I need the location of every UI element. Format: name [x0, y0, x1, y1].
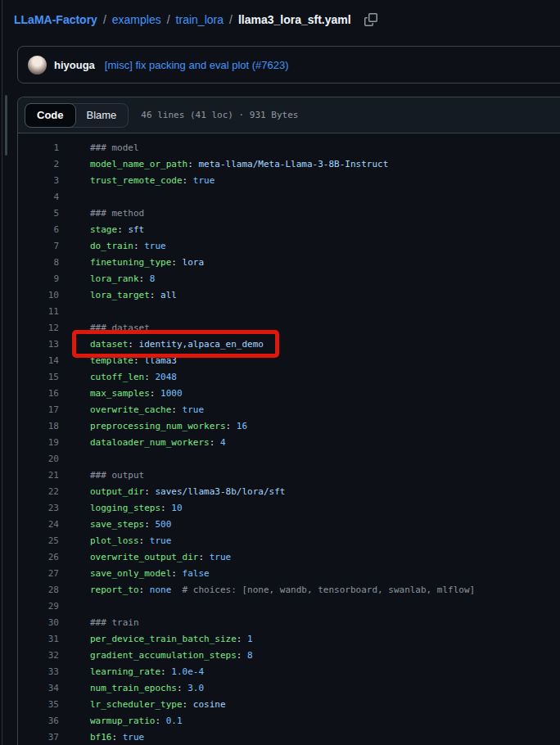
code-line-content: max_samples: 1000 — [90, 386, 183, 402]
line-number[interactable]: 16 — [18, 386, 59, 402]
pane-scrollbar-thumb[interactable] — [5, 95, 7, 156]
line-number[interactable]: 2 — [18, 156, 59, 173]
line-number[interactable]: 31 — [18, 631, 59, 648]
line-number[interactable]: 17 — [18, 402, 59, 418]
line-number[interactable]: 34 — [18, 680, 59, 697]
code-line: 12 ### dataset — [18, 320, 560, 336]
code-line: 4 — [18, 189, 560, 205]
code-line: 14 template: llama3 — [18, 353, 560, 369]
line-number[interactable]: 19 — [18, 435, 59, 451]
line-number[interactable]: 8 — [18, 255, 59, 271]
line-number[interactable]: 26 — [18, 549, 59, 566]
code-line-content: learning_rate: 1.0e-4 — [90, 664, 204, 680]
code-line: 31 per_device_train_batch_size: 1 — [18, 631, 560, 648]
breadcrumb-repo-link[interactable]: LLaMA-Factory — [14, 11, 97, 29]
line-number[interactable]: 33 — [18, 664, 59, 680]
code-line: 7 do_train: true — [18, 238, 560, 255]
code-line-content: lr_scheduler_type: cosine — [90, 697, 226, 713]
code-line: 2 model_name_or_path: meta-llama/Meta-Ll… — [18, 156, 560, 173]
line-number[interactable]: 35 — [18, 697, 59, 713]
code-line: 23 logging_steps: 10 — [18, 500, 560, 517]
code-line: 9 lora_rank: 8 — [18, 271, 560, 287]
code-line: 15 cutoff_len: 2048 — [18, 369, 560, 386]
line-number[interactable]: 20 — [18, 451, 59, 467]
line-number[interactable]: 15 — [18, 369, 59, 386]
code-line: 18 preprocessing_num_workers: 16 — [18, 418, 560, 435]
code-line-content: model_name_or_path: meta-llama/Meta-Llam… — [90, 156, 388, 173]
code-line-content: finetuning_type: lora — [90, 255, 204, 271]
code-line-content: cutoff_len: 2048 — [90, 369, 177, 386]
breadcrumb-filename: llama3_lora_sft.yaml — [238, 11, 351, 29]
commit-message-link[interactable]: [misc] fix packing and eval plot (#7623) — [105, 59, 289, 71]
line-number[interactable]: 24 — [18, 517, 59, 533]
code-line: 24 save_steps: 500 — [18, 517, 560, 533]
code-line-content: num_train_epochs: 3.0 — [90, 680, 204, 697]
code-line-content: ### model — [90, 140, 139, 156]
code-line-content: dataset: identity,alpaca_en_demo — [90, 336, 264, 353]
line-number[interactable]: 4 — [18, 189, 59, 205]
line-number[interactable]: 10 — [18, 287, 59, 304]
code-line-content: overwrite_cache: true — [90, 402, 204, 418]
line-number[interactable]: 36 — [18, 713, 59, 729]
breadcrumb-folder-examples[interactable]: examples — [112, 11, 161, 29]
line-number[interactable]: 13 — [18, 336, 59, 353]
line-number[interactable]: 11 — [18, 304, 59, 320]
line-number[interactable]: 12 — [18, 320, 59, 336]
code-blame-switcher: Code Blame — [25, 103, 129, 128]
line-number[interactable]: 25 — [18, 533, 59, 549]
code-line-content: do_train: true — [90, 238, 166, 255]
line-number[interactable]: 23 — [18, 500, 59, 517]
commit-author-link[interactable]: hiyouga — [54, 59, 95, 71]
code-line-content: ### output — [90, 467, 144, 484]
code-line-content: trust_remote_code: true — [90, 173, 215, 189]
code-line: 19 dataloader_num_workers: 4 — [18, 435, 560, 451]
code-line: 13 dataset: identity,alpaca_en_demo — [18, 336, 560, 353]
line-number[interactable]: 5 — [18, 205, 59, 222]
code-line-content: ### train — [90, 615, 139, 631]
code-line-content: lora_rank: 8 — [90, 271, 155, 287]
line-number[interactable]: 21 — [18, 467, 59, 484]
line-number[interactable]: 30 — [18, 615, 59, 631]
code-line-content: report_to: none # choices: [none, wandb,… — [90, 582, 475, 598]
code-line-content: per_device_train_batch_size: 1 — [90, 631, 253, 648]
line-number[interactable]: 9 — [18, 271, 59, 287]
code-line-content: template: llama3 — [90, 353, 177, 369]
avatar[interactable] — [28, 56, 47, 74]
code-line: 20 — [18, 451, 560, 467]
breadcrumb: LLaMA-Factory / examples / train_lora / … — [14, 11, 380, 29]
breadcrumb-folder-train-lora[interactable]: train_lora — [176, 11, 224, 29]
line-number[interactable]: 22 — [18, 484, 59, 500]
line-number[interactable]: 6 — [18, 222, 59, 238]
line-number[interactable]: 14 — [18, 353, 59, 369]
tab-code[interactable]: Code — [25, 103, 76, 128]
code-lines: 1 ### model 2 model_name_or_path: meta-l… — [18, 133, 560, 745]
line-number[interactable]: 1 — [18, 140, 59, 156]
tab-blame[interactable]: Blame — [75, 104, 129, 127]
code-line-content: ### method — [90, 205, 144, 222]
code-line-content: bf16: true — [90, 729, 144, 745]
file-meta-info: 46 lines (41 loc) · 931 Bytes — [141, 110, 298, 120]
line-number[interactable]: 7 — [18, 238, 59, 255]
code-line: 34 num_train_epochs: 3.0 — [18, 680, 560, 697]
code-line: 5 ### method — [18, 205, 560, 222]
code-line: 10 lora_target: all — [18, 287, 560, 304]
code-line-content: output_dir: saves/llama3-8b/lora/sft — [90, 484, 285, 500]
code-line-content: overwrite_output_dir: true — [90, 549, 231, 566]
code-line: 37 bf16: true — [18, 729, 560, 745]
code-line: 32 gradient_accumulation_steps: 8 — [18, 648, 560, 664]
line-number[interactable]: 28 — [18, 582, 59, 598]
code-line: 8 finetuning_type: lora — [18, 255, 560, 271]
breadcrumb-separator: / — [229, 11, 233, 29]
code-line-content: warmup_ratio: 0.1 — [90, 713, 183, 729]
code-line: 36 warmup_ratio: 0.1 — [18, 713, 560, 729]
code-line: 30 ### train — [18, 615, 560, 631]
line-number[interactable]: 32 — [18, 648, 59, 664]
latest-commit-bar: hiyouga [misc] fix packing and eval plot… — [17, 46, 560, 84]
line-number[interactable]: 3 — [18, 173, 59, 189]
line-number[interactable]: 18 — [18, 418, 59, 435]
copy-path-button[interactable] — [362, 11, 380, 29]
file-tree-pane-edge — [0, 0, 2, 745]
line-number[interactable]: 29 — [18, 598, 59, 615]
line-number[interactable]: 27 — [18, 566, 59, 582]
line-number[interactable]: 37 — [18, 729, 59, 745]
